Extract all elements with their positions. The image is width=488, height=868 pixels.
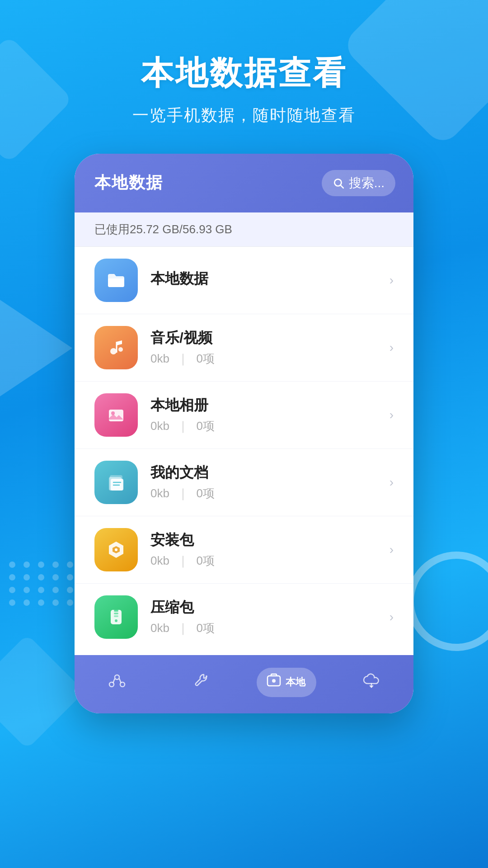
- item-name-apk: 安装包: [150, 530, 377, 550]
- search-label: 搜索...: [349, 175, 385, 192]
- meta-count-apk: 0项: [196, 554, 214, 567]
- svg-rect-14: [114, 610, 118, 612]
- bottom-nav: 本地: [75, 655, 413, 713]
- svg-point-0: [334, 179, 341, 186]
- svg-point-6: [111, 411, 115, 415]
- storage-info-bar: 已使用25.72 GB/56.93 GB: [75, 212, 413, 247]
- list-item-zip[interactable]: 压缩包 0kb ｜ 0项 ›: [75, 584, 413, 651]
- item-text-music-video: 音乐/视频 0kb ｜ 0项: [150, 328, 377, 367]
- meta-size-apk: 0kb: [150, 554, 169, 567]
- tools-icon: [192, 671, 211, 694]
- item-meta-apk: 0kb ｜ 0项: [150, 553, 377, 569]
- app-topbar: 本地数据 搜索...: [75, 154, 413, 212]
- svg-point-17: [115, 619, 117, 622]
- bg-decoration-circle: [407, 552, 488, 651]
- item-meta-docs: 0kb ｜ 0项: [150, 486, 377, 501]
- svg-point-3: [118, 347, 123, 352]
- list-item-album[interactable]: 本地相册 0kb ｜ 0项 ›: [75, 382, 413, 449]
- nav-item-local[interactable]: 本地: [257, 668, 316, 697]
- list-item-apk[interactable]: 安装包 0kb ｜ 0项 ›: [75, 516, 413, 584]
- meta-size-album: 0kb: [150, 419, 169, 433]
- chevron-local-data: ›: [389, 273, 394, 288]
- item-text-apk: 安装包 0kb ｜ 0项: [150, 530, 377, 569]
- chevron-album: ›: [389, 408, 394, 422]
- item-name-zip: 压缩包: [150, 598, 377, 618]
- icon-zip: [94, 595, 138, 639]
- list-item-music-video[interactable]: 音乐/视频 0kb ｜ 0项 ›: [75, 314, 413, 382]
- app-title: 本地数据: [94, 172, 163, 194]
- item-name-local-data: 本地数据: [150, 269, 377, 289]
- svg-point-12: [115, 548, 117, 551]
- svg-point-23: [206, 675, 207, 677]
- svg-rect-5: [109, 410, 123, 421]
- svg-rect-16: [114, 615, 118, 617]
- item-text-album: 本地相册 0kb ｜ 0项: [150, 396, 377, 434]
- item-text-local-data: 本地数据: [150, 269, 377, 292]
- item-name-album: 本地相册: [150, 396, 377, 415]
- nav-item-cloud[interactable]: [342, 671, 401, 694]
- meta-count-album: 0项: [196, 419, 214, 433]
- local-active-pill: 本地: [257, 668, 316, 697]
- hero-header: 本地数据查看 一览手机数据，随时随地查看: [0, 0, 488, 154]
- bg-decoration-triangle: [0, 294, 72, 402]
- icon-docs: [94, 461, 138, 504]
- meta-count-zip: 0项: [196, 621, 214, 635]
- meta-count-docs: 0项: [196, 486, 214, 500]
- hero-title: 本地数据查看: [0, 54, 488, 92]
- chevron-zip: ›: [389, 610, 394, 624]
- item-name-docs: 我的文档: [150, 463, 377, 483]
- item-meta-album: 0kb ｜ 0项: [150, 418, 377, 434]
- icon-apk: [94, 528, 138, 571]
- icon-album: [94, 393, 138, 437]
- item-meta-zip: 0kb ｜ 0项: [150, 620, 377, 636]
- icon-music-video: [94, 326, 138, 369]
- chevron-music: ›: [389, 340, 394, 355]
- phone-mockup: 本地数据 搜索... 已使用25.72 GB/56.93 GB 本地数据: [75, 154, 413, 713]
- meta-size-docs: 0kb: [150, 486, 169, 500]
- nav-item-tools[interactable]: [172, 671, 231, 694]
- local-icon: [266, 672, 282, 693]
- svg-point-25: [272, 679, 276, 683]
- svg-point-18: [115, 675, 119, 679]
- item-name-music-video: 音乐/视频: [150, 328, 377, 348]
- svg-rect-15: [114, 613, 118, 614]
- search-button[interactable]: 搜索...: [322, 170, 395, 196]
- item-meta-music-video: 0kb ｜ 0项: [150, 351, 377, 367]
- cloud-icon: [362, 671, 381, 694]
- hero-subtitle: 一览手机数据，随时随地查看: [0, 104, 488, 127]
- svg-line-22: [119, 679, 121, 683]
- local-nav-label: 本地: [286, 675, 305, 689]
- search-icon: [333, 177, 344, 189]
- chevron-apk: ›: [389, 542, 394, 557]
- icon-folder: [94, 259, 138, 302]
- item-text-zip: 压缩包 0kb ｜ 0项: [150, 598, 377, 636]
- item-text-docs: 我的文档 0kb ｜ 0项: [150, 463, 377, 501]
- chevron-docs: ›: [389, 475, 394, 490]
- svg-point-2: [110, 348, 117, 354]
- file-list: 本地数据 › 音乐/视频 0kb ｜ 0项: [75, 247, 413, 655]
- list-item-docs[interactable]: 我的文档 0kb ｜ 0项 ›: [75, 449, 413, 516]
- nav-item-share[interactable]: [88, 671, 146, 694]
- svg-line-1: [341, 185, 343, 188]
- svg-line-21: [113, 679, 115, 683]
- list-item-local-data[interactable]: 本地数据 ›: [75, 247, 413, 314]
- meta-size-zip: 0kb: [150, 621, 169, 635]
- share-icon: [108, 671, 127, 694]
- meta-size-music: 0kb: [150, 352, 169, 365]
- storage-text: 已使用25.72 GB/56.93 GB: [94, 222, 232, 236]
- meta-count-music: 0项: [196, 352, 214, 365]
- bg-decoration-wave: [0, 634, 84, 750]
